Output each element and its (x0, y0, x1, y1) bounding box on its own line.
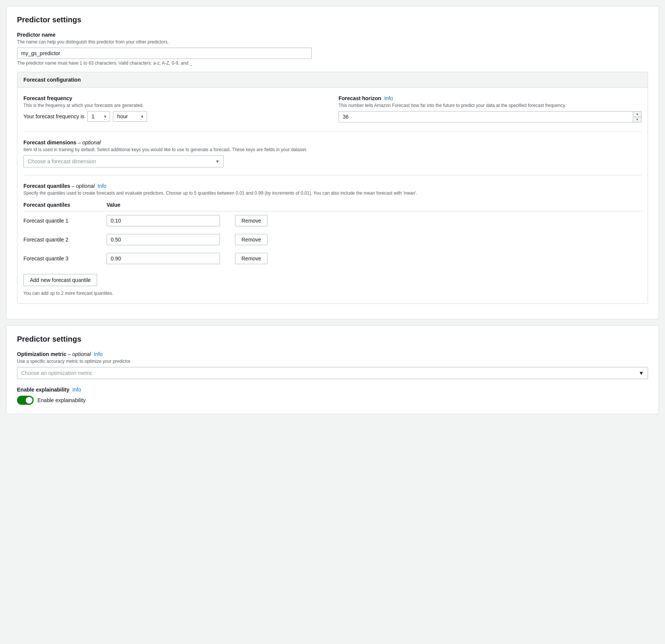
frequency-prefix: Your forecast frequency is (23, 113, 84, 119)
optimization-metric-hint: Use a specific accuracy metric to optimi… (17, 359, 648, 364)
predictor-settings-card-1: Predictor settings Predictor name The na… (6, 6, 659, 319)
predictor-name-note: The predictor name must have 1 to 63 cha… (17, 60, 648, 66)
card-title-1: Predictor settings (17, 15, 648, 24)
quantile-value-input-3[interactable] (107, 253, 220, 264)
divider-2 (23, 175, 642, 175)
forecast-dimensions-label-text: Forecast dimensions (23, 139, 76, 146)
quantile-remove-button-3[interactable]: Remove (235, 253, 268, 264)
optimization-metric-info-link[interactable]: Info (94, 351, 102, 357)
explainability-info-link[interactable]: Info (72, 387, 81, 393)
forecast-quantiles-field: Forecast quantiles – optional Info Speci… (23, 183, 642, 296)
quantile-row-2: Forecast quantile 2 Remove (23, 230, 642, 249)
quantile-label-2: Forecast quantile 2 (23, 230, 107, 249)
optimization-metric-label-text: Optimization metric (17, 351, 66, 357)
forecast-config-section: Forecast configuration Forecast frequenc… (17, 72, 648, 304)
predictor-name-hint: The name can help you distinguish this p… (17, 39, 648, 45)
predictor-name-field: Predictor name The name can help you dis… (17, 32, 648, 66)
forecast-quantiles-label-text: Forecast quantiles (23, 183, 70, 189)
frequency-number-wrapper: 1 2 3 ▼ (87, 111, 110, 122)
explainability-toggle-row: Enable explainability (17, 396, 648, 405)
quantile-value-cell-3 (107, 249, 235, 268)
quantiles-col-header-2: Value (107, 199, 235, 211)
horizon-input-wrapper: ▲ ▼ (339, 111, 642, 122)
quantile-value-cell-1 (107, 211, 235, 231)
optimization-metric-dropdown[interactable]: Choose an optimization metric ▼ (17, 367, 648, 379)
frequency-row: Your forecast frequency is 1 2 3 ▼ min (23, 111, 326, 122)
quantile-remove-cell-2: Remove (235, 230, 642, 249)
forecast-dimensions-optional: optional (82, 139, 101, 146)
card-title-2: Predictor settings (17, 335, 648, 344)
forecast-quantiles-optional: optional (76, 183, 94, 189)
forecast-config-header: Forecast configuration (17, 72, 648, 88)
forecast-dimensions-field: Forecast dimensions – optional Item id i… (23, 139, 642, 167)
horizon-spinner-up[interactable]: ▲ (633, 111, 641, 117)
forecast-horizon-input[interactable] (339, 111, 642, 122)
quantiles-table: Forecast quantiles Value Forecast quanti… (23, 199, 642, 268)
horizon-spinner: ▲ ▼ (633, 111, 641, 122)
quantile-remove-cell-1: Remove (235, 211, 642, 231)
predictor-name-label: Predictor name (17, 32, 648, 38)
forecast-dimensions-hint: Item id is used in training by default. … (23, 147, 642, 152)
quantile-value-input-2[interactable] (107, 234, 220, 245)
forecast-frequency-field: Forecast frequency This is the frequency… (23, 95, 326, 122)
forecast-quantiles-label: Forecast quantiles – optional Info (23, 183, 642, 189)
horizon-spinner-down[interactable]: ▼ (633, 117, 641, 122)
forecast-dimensions-placeholder: Choose a forecast dimension (28, 158, 215, 164)
optimization-metric-label: Optimization metric – optional Info (17, 351, 648, 357)
explainability-field: Enable explainability Info Enable explai… (17, 387, 648, 405)
explainability-toggle-knob (26, 397, 32, 404)
quantile-remove-cell-3: Remove (235, 249, 642, 268)
forecast-horizon-info-link[interactable]: Info (384, 95, 393, 101)
optimization-chevron-icon: ▼ (639, 370, 644, 376)
frequency-unit-select[interactable]: minute hour day week month year (113, 111, 147, 122)
forecast-quantiles-hint: Specify the quantiles used to create for… (23, 190, 642, 196)
forecast-frequency-hint: This is the frequency at which your fore… (23, 103, 326, 108)
forecast-quantiles-info-link[interactable]: Info (97, 183, 106, 189)
divider-1 (23, 132, 642, 132)
forecast-dimensions-chevron-icon: ▼ (215, 159, 220, 164)
optimization-metric-field: Optimization metric – optional Info Use … (17, 351, 648, 379)
predictor-settings-card-2: Predictor settings Optimization metric –… (6, 325, 659, 414)
frequency-horizon-row: Forecast frequency This is the frequency… (23, 95, 642, 122)
forecast-dimensions-label: Forecast dimensions – optional (23, 139, 642, 146)
quantile-value-input-1[interactable] (107, 215, 220, 226)
predictor-name-input[interactable] (17, 48, 312, 59)
explainability-toggle-label: Enable explainability (37, 397, 86, 403)
forecast-horizon-hint: This number tells Amazon Forecast how fa… (339, 103, 642, 108)
quantile-remove-button-1[interactable]: Remove (235, 215, 268, 226)
forecast-config-body: Forecast frequency This is the frequency… (17, 88, 648, 303)
quantile-value-cell-2 (107, 230, 235, 249)
quantile-label-3: Forecast quantile 3 (23, 249, 107, 268)
explainability-label: Enable explainability (17, 387, 70, 393)
quantile-remove-button-2[interactable]: Remove (235, 234, 268, 245)
explainability-toggle[interactable] (17, 396, 34, 405)
optimization-metric-optional: optional (72, 351, 91, 357)
optimization-metric-placeholder: Choose an optimization metric (21, 370, 639, 376)
forecast-horizon-label: Forecast horizon (339, 95, 381, 101)
quantile-label-1: Forecast quantile 1 (23, 211, 107, 231)
explainability-label-row: Enable explainability Info (17, 387, 648, 393)
add-quantile-button[interactable]: Add new forecast quantile (23, 274, 97, 286)
forecast-frequency-label: Forecast frequency (23, 95, 326, 101)
forecast-horizon-label-row: Forecast horizon Info (339, 95, 642, 101)
frequency-number-select[interactable]: 1 2 3 (87, 111, 110, 122)
quantiles-col-header-1: Forecast quantiles (23, 199, 107, 211)
quantile-row-3: Forecast quantile 3 Remove (23, 249, 642, 268)
add-quantile-note: You can add up to 2 more forecast quanti… (23, 291, 642, 296)
forecast-horizon-field: Forecast horizon Info This number tells … (339, 95, 642, 122)
frequency-unit-wrapper: minute hour day week month year ▼ (113, 111, 147, 122)
quantile-row-1: Forecast quantile 1 Remove (23, 211, 642, 231)
forecast-dimensions-dropdown[interactable]: Choose a forecast dimension ▼ (23, 155, 224, 167)
